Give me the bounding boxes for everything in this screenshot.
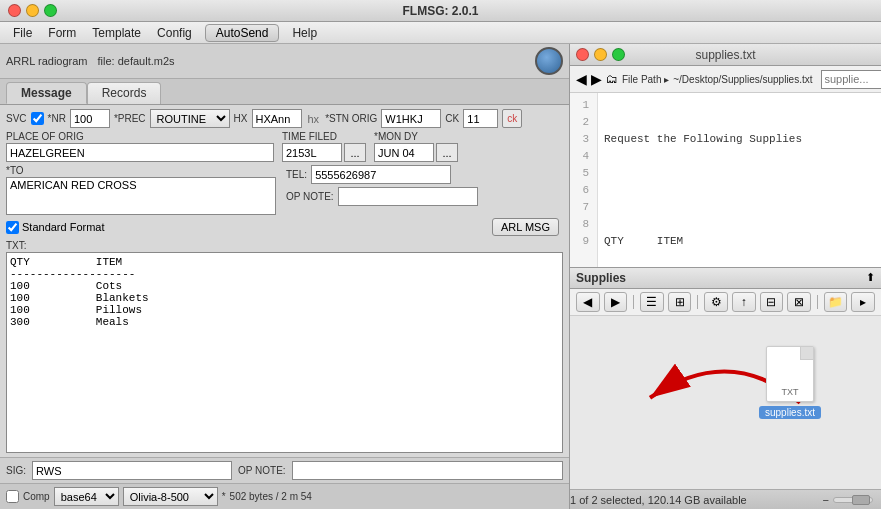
arl-msg-button[interactable]: ARL MSG xyxy=(492,218,559,236)
window-controls[interactable] xyxy=(8,4,57,17)
toolbar-fwd-btn[interactable]: ▶ xyxy=(604,292,628,312)
arrl-label: ARRL radiogram xyxy=(6,55,88,67)
back-button[interactable]: ◀ xyxy=(576,71,587,87)
prec-label: *PREC xyxy=(114,113,146,124)
right-max-button[interactable] xyxy=(612,48,625,61)
header-row: ARRL radiogram file: default.m2s xyxy=(0,44,569,79)
place-label: PLACE OF ORIG xyxy=(6,131,274,142)
place-time-row: PLACE OF ORIG TIME FILED ... *MON DY ... xyxy=(6,131,563,162)
menu-bar: File Form Template Config AutoSend Help xyxy=(0,22,881,44)
minimize-button[interactable] xyxy=(26,4,39,17)
app-title: FLMSG: 2.0.1 xyxy=(402,4,478,18)
editor-line-3: QTY ITEM xyxy=(604,233,875,250)
txt-label: TXT: xyxy=(6,239,563,252)
ck-button[interactable]: ck xyxy=(502,109,522,128)
encoding-select[interactable]: base64 xyxy=(54,487,119,506)
sig-label: SIG: xyxy=(6,465,26,476)
tab-bar: Message Records xyxy=(0,79,569,105)
right-close-button[interactable] xyxy=(576,48,589,61)
toolbar-back-btn[interactable]: ◀ xyxy=(576,292,600,312)
svc-label: SVC xyxy=(6,113,27,124)
file-icon-image: TXT xyxy=(766,346,814,402)
line-num-8: 8 xyxy=(570,216,593,233)
editor-content[interactable]: Request the Following Supplies QTY ITEM … xyxy=(598,93,881,267)
toolbar-col-btn[interactable]: ⊞ xyxy=(668,292,692,312)
editor-line-2 xyxy=(604,182,875,199)
comp-checkbox[interactable] xyxy=(6,490,19,503)
tab-records[interactable]: Records xyxy=(87,82,162,104)
file-icon-group: TXT supplies.txt xyxy=(759,346,821,419)
menu-template[interactable]: Template xyxy=(84,24,149,42)
place-input[interactable] xyxy=(6,143,274,162)
file-name-label: supplies.txt xyxy=(759,406,821,419)
toolbar-more-btn[interactable]: ▸ xyxy=(851,292,875,312)
menu-help[interactable]: Help xyxy=(284,24,325,42)
toolbar-folder-btn[interactable]: 📁 xyxy=(824,292,848,312)
form-area: SVC *NR *PREC ROUTINE WELFARE PRIORITY E… xyxy=(0,105,569,457)
txt-area-wrapper: TXT: QTY ITEM ------------------- 100 Co… xyxy=(6,239,563,453)
left-panel: ARRL radiogram file: default.m2s Message… xyxy=(0,44,570,509)
format-row: Standard Format ARL MSG xyxy=(6,218,563,236)
right-title-bar: supplies.txt xyxy=(570,44,881,66)
maximize-button[interactable] xyxy=(44,4,57,17)
right-window-controls[interactable] xyxy=(576,48,625,61)
op-note-input[interactable] xyxy=(338,187,478,206)
sig-op-note-input[interactable] xyxy=(292,461,563,480)
menu-config[interactable]: Config xyxy=(149,24,200,42)
toolbar-gear-btn[interactable]: ⚙ xyxy=(704,292,728,312)
toolbar-list-btn[interactable]: ☰ xyxy=(640,292,664,312)
tel-label: TEL: xyxy=(286,169,307,180)
to-label: *TO xyxy=(6,165,276,176)
folder-icon: 🗂 xyxy=(606,72,618,86)
autosend-button[interactable]: AutoSend xyxy=(205,24,280,42)
sig-op-note-label: OP NOTE: xyxy=(238,465,286,476)
mondy-label: *MON DY xyxy=(374,131,458,142)
sig-input[interactable] xyxy=(32,461,232,480)
zoom-minus[interactable]: − xyxy=(823,494,829,506)
supplies-toolbar: ◀ ▶ ☰ ⊞ ⚙ ↑ ⊟ ⊠ 📁 ▸ xyxy=(570,289,881,316)
time-ellipsis-button[interactable]: ... xyxy=(344,143,366,162)
line-num-6: 6 xyxy=(570,182,593,199)
mondy-ellipsis-button[interactable]: ... xyxy=(436,143,458,162)
file-path-value: ~/Desktop/Supplies/supplies.txt xyxy=(673,74,812,85)
line-num-7: 7 xyxy=(570,199,593,216)
encoding-row: Comp base64 Olivia-8-500 * 502 bytes / 2… xyxy=(0,483,569,509)
close-button[interactable] xyxy=(8,4,21,17)
hx-input[interactable] xyxy=(252,109,302,128)
menu-form[interactable]: Form xyxy=(40,24,84,42)
menu-file[interactable]: File xyxy=(5,24,40,42)
zoom-handle[interactable] xyxy=(852,495,870,505)
tel-input[interactable] xyxy=(311,165,451,184)
line-numbers: 1 2 3 4 5 6 7 8 9 xyxy=(570,93,598,267)
nr-input[interactable] xyxy=(70,109,110,128)
forward-button[interactable]: ▶ xyxy=(591,71,602,87)
file-path-bar: ◀ ▶ 🗂 File Path ▸ ~/Desktop/Supplies/sup… xyxy=(570,66,881,93)
stn-input[interactable] xyxy=(381,109,441,128)
toolbar-share-btn[interactable]: ↑ xyxy=(732,292,756,312)
ck-input[interactable] xyxy=(463,109,498,128)
standard-format-checkbox[interactable] xyxy=(6,221,19,234)
zoom-slider[interactable] xyxy=(833,497,873,503)
text-editor: 1 2 3 4 5 6 7 8 9 Request the Following … xyxy=(570,93,881,267)
txt-textarea[interactable]: QTY ITEM ------------------- 100 Cots 10… xyxy=(6,252,563,453)
svc-checkbox[interactable] xyxy=(31,112,44,125)
time-input[interactable] xyxy=(282,143,342,162)
standard-format-label[interactable]: Standard Format xyxy=(6,221,105,234)
file-label: file: default.m2s xyxy=(98,55,175,67)
search-input[interactable] xyxy=(821,70,882,89)
tab-message[interactable]: Message xyxy=(6,82,87,104)
file-type-label: TXT xyxy=(781,387,798,397)
toolbar-action-btn[interactable]: ⊟ xyxy=(760,292,784,312)
right-min-button[interactable] xyxy=(594,48,607,61)
prec-select[interactable]: ROUTINE WELFARE PRIORITY EMERGENCY xyxy=(150,109,230,128)
finder-content: TXT supplies.txt xyxy=(570,316,881,490)
supplies-expand[interactable]: ⬆ xyxy=(866,271,875,284)
status-text: 1 of 2 selected, 120.14 GB available xyxy=(570,494,747,506)
toolbar-toggle-btn[interactable]: ⊠ xyxy=(787,292,811,312)
connect-button[interactable] xyxy=(535,47,563,75)
mondy-input[interactable] xyxy=(374,143,434,162)
codec-select[interactable]: Olivia-8-500 xyxy=(123,487,218,506)
to-textarea[interactable]: AMERICAN RED CROSS xyxy=(6,177,276,215)
editor-line-1: Request the Following Supplies xyxy=(604,131,875,148)
ck-label: CK xyxy=(445,113,459,124)
